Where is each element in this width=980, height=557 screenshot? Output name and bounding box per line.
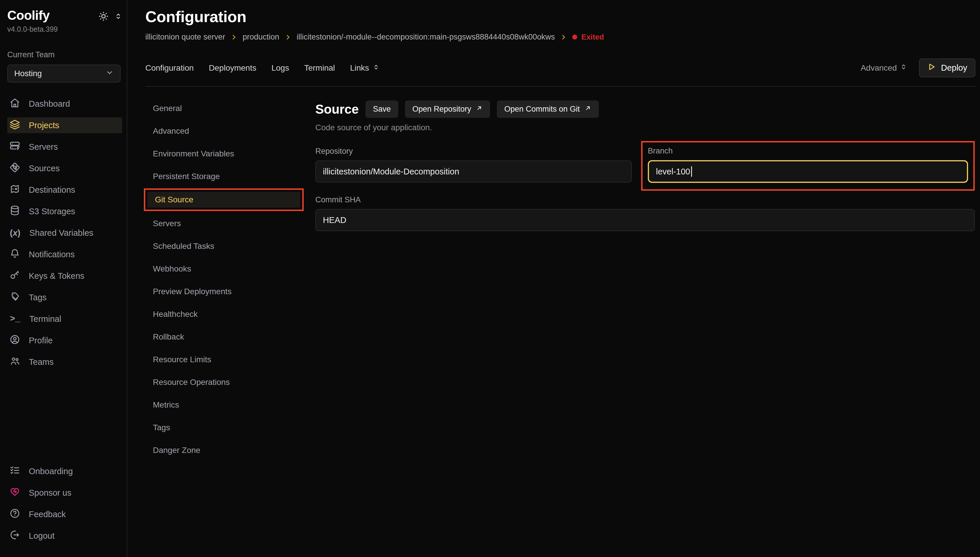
sidebar-item-label: Sponsor us	[29, 488, 72, 498]
sidebar-item-label: Profile	[29, 336, 53, 345]
team-select[interactable]: Hosting	[7, 65, 120, 83]
map-icon	[10, 184, 20, 196]
subnav-item-general[interactable]: General	[145, 101, 304, 116]
subnav-item-resource-operations[interactable]: Resource Operations	[145, 375, 304, 390]
sidebar-item-servers[interactable]: Servers	[7, 139, 122, 155]
tab-links[interactable]: Links	[350, 64, 380, 73]
sidebar-item-label: Teams	[29, 357, 54, 367]
subnav-item-preview-deployments[interactable]: Preview Deployments	[145, 284, 304, 300]
open-repository-button[interactable]: Open Repository	[405, 101, 490, 118]
sidebar-item-destinations[interactable]: Destinations	[7, 182, 122, 198]
tab-deployments[interactable]: Deployments	[209, 64, 256, 73]
chevron-right-icon	[231, 34, 237, 41]
breadcrumb-environment[interactable]: production	[243, 33, 279, 42]
theme-switch-chevrons-icon[interactable]	[114, 13, 122, 21]
sidebar-item-notifications[interactable]: Notifications	[7, 246, 122, 262]
advanced-dropdown[interactable]: Advanced	[861, 63, 907, 73]
git-source-panel: Source Save Open Repository Open Commits…	[315, 101, 975, 231]
home-icon	[10, 98, 20, 110]
sidebar-item-label: Notifications	[29, 250, 75, 259]
deploy-label: Deploy	[941, 63, 967, 73]
repository-input[interactable]: illicitestonion/Module-Decomposition	[315, 160, 632, 182]
save-button[interactable]: Save	[366, 101, 398, 118]
sidebar-item-profile[interactable]: Profile	[7, 332, 122, 348]
subnav-item-tags[interactable]: Tags	[145, 420, 304, 435]
sidebar-item-label: Projects	[29, 121, 59, 130]
checklist-icon	[10, 465, 20, 478]
sidebar-item-feedback[interactable]: Feedback	[7, 507, 122, 522]
sidebar-item-label: Tags	[29, 293, 47, 302]
sidebar-item-logout[interactable]: Logout	[7, 528, 122, 544]
app-version: v4.0.0-beta.399	[7, 25, 122, 33]
sidebar-item-sources[interactable]: Sources	[7, 160, 122, 176]
subnav-item-metrics[interactable]: Metrics	[145, 397, 304, 413]
branch-input[interactable]: level-100	[648, 160, 968, 183]
repository-field: Repository illicitestonion/Module-Decomp…	[315, 147, 632, 182]
breadcrumb: illicitonion quote server production ill…	[145, 33, 975, 42]
commit-sha-field: Commit SHA HEAD	[315, 195, 975, 231]
logout-icon	[10, 530, 20, 542]
branch-label: Branch	[648, 147, 968, 156]
variable-icon: (x)	[10, 228, 21, 238]
sidebar-item-projects[interactable]: Projects	[7, 117, 122, 133]
sidebar-item-label: Destinations	[29, 185, 75, 195]
sidebar-item-shared-variables[interactable]: (x) Shared Variables	[7, 225, 122, 241]
source-subtitle: Code source of your application.	[315, 123, 975, 132]
subnav-item-git-source[interactable]: Git Source	[147, 192, 300, 208]
breadcrumb-project[interactable]: illicitonion quote server	[145, 33, 225, 42]
subnav-item-danger-zone[interactable]: Danger Zone	[145, 443, 304, 458]
sidebar-item-onboarding[interactable]: Onboarding	[7, 463, 122, 479]
deploy-button[interactable]: Deploy	[919, 59, 975, 77]
source-heading: Source	[315, 102, 359, 117]
status-label: Exited	[581, 33, 604, 42]
sidebar-item-keys-tokens[interactable]: Keys & Tokens	[7, 268, 122, 284]
tab-logs[interactable]: Logs	[271, 64, 289, 73]
sidebar-item-label: Servers	[29, 142, 58, 152]
users-icon	[10, 356, 20, 368]
page-title: Configuration	[145, 8, 975, 26]
sidebar-item-dashboard[interactable]: Dashboard	[7, 96, 122, 112]
sidebar-item-tags[interactable]: Tags	[7, 290, 122, 305]
sidebar-item-terminal[interactable]: >_ Terminal	[7, 311, 122, 327]
repository-value: illicitestonion/Module-Decomposition	[323, 167, 459, 176]
chevron-right-icon	[284, 34, 291, 41]
server-icon	[10, 141, 20, 153]
key-icon	[10, 270, 20, 282]
layers-icon	[10, 119, 20, 132]
sidebar-item-sponsor-us[interactable]: Sponsor us	[7, 485, 122, 501]
sidebar-item-label: S3 Storages	[29, 207, 75, 216]
chevron-down-icon	[106, 68, 114, 79]
subnav-item-persistent-storage[interactable]: Persistent Storage	[145, 169, 304, 184]
tab-configuration[interactable]: Configuration	[145, 64, 194, 73]
subnav-item-environment-variables[interactable]: Environment Variables	[145, 146, 304, 162]
subnav-item-webhooks[interactable]: Webhooks	[145, 261, 304, 277]
sidebar-item-label: Terminal	[29, 314, 61, 324]
sidebar-item-label: Shared Variables	[29, 228, 93, 238]
sidebar-item-label: Dashboard	[29, 99, 70, 109]
help-circle-icon	[10, 508, 20, 521]
branch-field: Branch level-100	[648, 147, 968, 183]
commit-sha-input[interactable]: HEAD	[315, 209, 975, 231]
subnav-item-scheduled-tasks[interactable]: Scheduled Tasks	[145, 238, 304, 254]
subnav-item-rollback[interactable]: Rollback	[145, 329, 304, 345]
subnav-item-advanced[interactable]: Advanced	[145, 123, 304, 139]
theme-sun-icon[interactable]	[98, 11, 109, 23]
tab-links-label: Links	[350, 64, 369, 73]
sidebar-item-teams[interactable]: Teams	[7, 354, 122, 370]
open-commits-label: Open Commits on Git	[504, 105, 580, 114]
app-logo: Coolify	[7, 8, 50, 23]
play-icon	[927, 62, 936, 73]
breadcrumb-application[interactable]: illicitestonion/-module--decomposition:m…	[297, 33, 555, 42]
external-link-icon	[585, 105, 592, 114]
subnav-item-healthcheck[interactable]: Healthcheck	[145, 306, 304, 322]
sidebar-item-s3-storages[interactable]: S3 Storages	[7, 204, 122, 219]
commit-sha-value: HEAD	[323, 215, 346, 225]
tab-bar: Configuration Deployments Logs Terminal …	[145, 59, 975, 77]
text-caret	[691, 166, 692, 177]
subnav-item-resource-limits[interactable]: Resource Limits	[145, 352, 304, 368]
git-source-annotation-box: Git Source	[144, 188, 304, 211]
tab-terminal[interactable]: Terminal	[304, 64, 335, 73]
subnav-item-servers[interactable]: Servers	[145, 216, 304, 231]
open-commits-button[interactable]: Open Commits on Git	[497, 101, 599, 118]
sidebar-item-label: Keys & Tokens	[29, 271, 84, 281]
